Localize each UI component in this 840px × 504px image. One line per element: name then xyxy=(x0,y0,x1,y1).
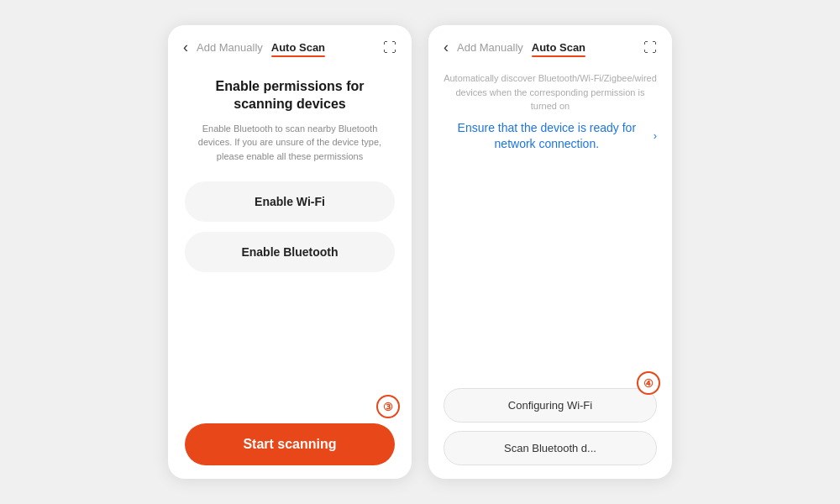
scan-bluetooth-button[interactable]: Scan Bluetooth d... xyxy=(444,431,657,465)
back-icon-2[interactable]: ‹ xyxy=(444,39,449,56)
spacer xyxy=(444,163,657,388)
enable-bluetooth-button[interactable]: Enable Bluetooth xyxy=(185,232,395,272)
step-3-badge: ③ xyxy=(376,395,400,418)
auto-scan-tab[interactable]: Auto Scan xyxy=(271,41,325,54)
step-4-badge: ④ xyxy=(637,371,660,395)
ensure-link[interactable]: Ensure that the device is ready for netw… xyxy=(444,120,657,153)
panel2-body: Automatically discover Bluetooth/Wi-Fi/Z… xyxy=(428,65,672,479)
add-manually-tab[interactable]: Add Manually xyxy=(197,41,263,54)
panel-1: ‹ Add Manually Auto Scan ⛶ Enable permis… xyxy=(168,25,412,479)
start-scanning-button[interactable]: Start scanning xyxy=(185,423,395,465)
expand-icon-2[interactable]: ⛶ xyxy=(643,40,657,55)
panel2-nav: ‹ Add Manually Auto Scan xyxy=(444,39,585,56)
panel2-header: ‹ Add Manually Auto Scan ⛶ xyxy=(428,25,672,65)
enable-wifi-button[interactable]: Enable Wi-Fi xyxy=(185,181,395,222)
back-icon[interactable]: ‹ xyxy=(183,39,188,56)
add-manually-tab-2[interactable]: Add Manually xyxy=(457,41,523,54)
permissions-title: Enable permissions for scanning devices xyxy=(185,78,395,113)
panel1-header: ‹ Add Manually Auto Scan ⛶ xyxy=(168,25,412,65)
perm-buttons: Enable Wi-Fi Enable Bluetooth xyxy=(185,181,395,272)
auto-scan-tab-2[interactable]: Auto Scan xyxy=(532,41,585,54)
permissions-desc: Enable Bluetooth to scan nearby Bluetoot… xyxy=(185,122,395,164)
panel-2: ‹ Add Manually Auto Scan ⛶ Automatically… xyxy=(428,25,672,479)
chevron-right-icon: › xyxy=(654,129,657,144)
configuring-wifi-button[interactable]: Configuring Wi-Fi xyxy=(444,388,657,423)
ensure-link-text: Ensure that the device is ready for netw… xyxy=(444,120,650,153)
scan-options: Configuring Wi-Fi Scan Bluetooth d... xyxy=(444,388,657,465)
panel1-body: Enable permissions for scanning devices … xyxy=(168,65,412,479)
auto-discover-desc: Automatically discover Bluetooth/Wi-Fi/Z… xyxy=(444,71,657,113)
expand-icon[interactable]: ⛶ xyxy=(383,40,396,55)
panel1-nav: ‹ Add Manually Auto Scan xyxy=(183,39,325,56)
